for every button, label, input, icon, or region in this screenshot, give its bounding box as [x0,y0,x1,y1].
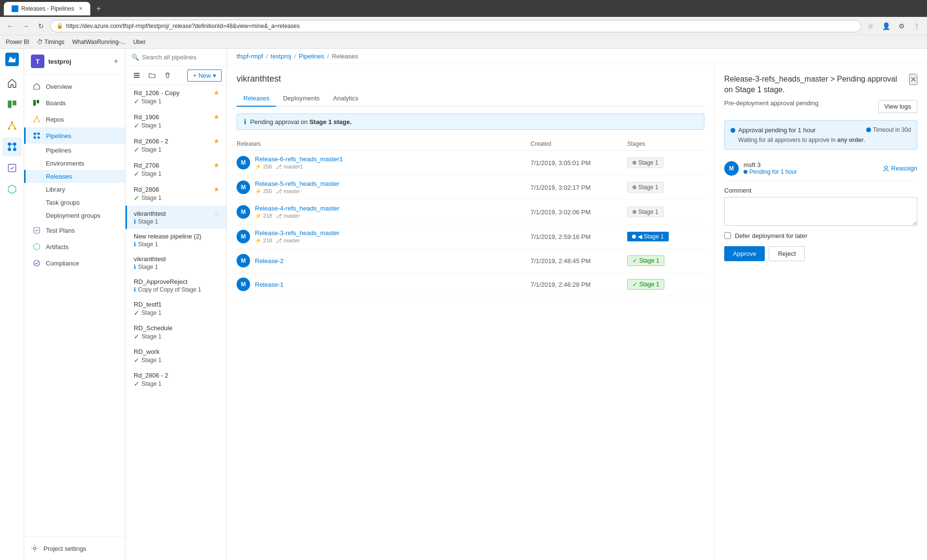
sidebar-item-pipelines[interactable]: Pipelines [24,127,125,144]
pipeline-item-9[interactable]: RD_testf1 ✓ Stage 1 [126,297,226,321]
global-nav-test-plans[interactable] [2,158,22,178]
release-link-3[interactable]: Release-3-refs_heads_master [255,229,339,237]
pipeline-item-11[interactable]: RD_work ✓ Stage 1 [126,344,226,368]
sidebar-item-compliance[interactable]: Compliance [24,255,125,271]
browser-tab[interactable]: Releases - Pipelines ✕ [4,2,90,15]
reassign-btn[interactable]: Reassign [883,165,917,172]
delete-btn[interactable] [161,69,174,82]
defer-checkbox[interactable] [724,232,731,239]
release-name-cell-3: M Release-3-refs_heads_master ⚡ 218 ⎇ ma… [237,229,531,244]
table-row: M Release-3-refs_heads_master ⚡ 218 ⎇ ma… [237,224,704,249]
sidebar-sub-environments[interactable]: Environments [24,157,125,170]
release-link-0[interactable]: Release-6-refs_heads_master1 [255,155,343,163]
pipeline-item-0[interactable]: Rd_1206 - Copy ★ ✓ Stage 1 [126,85,226,109]
pipeline-item-8[interactable]: RD_ApproveReject ℹ Copy of Copy of Stage… [126,274,226,297]
star-icon-3[interactable]: ★ [213,161,220,169]
back-btn[interactable]: ← [4,20,16,32]
azure-devops-logo[interactable] [5,53,19,68]
pipeline-item-1[interactable]: Rd_1906 ★ ✓ Stage 1 [126,109,226,133]
content-area: vikranthtest Releases Deployments Analyt… [227,64,927,560]
pipeline-item-5[interactable]: vikranthtest ☆ ℹ Stage 1 [126,206,226,229]
pipeline-item-3[interactable]: Rd_2706 ★ ✓ Stage 1 [126,157,226,182]
pipeline-item-7[interactable]: vikranthtest ℹ Stage 1 [126,252,226,274]
pipeline-name-6: New release pipeline (2) [134,233,220,240]
svg-line-6 [9,124,12,128]
profile-btn[interactable]: ⚙ [895,20,908,32]
sidebar-sub-releases[interactable]: Releases [24,170,125,183]
bookmark-uber[interactable]: Uber [133,39,146,45]
search-input[interactable] [142,54,221,61]
pipeline-item-2[interactable]: Rd_2606 - 2 ★ ✓ Stage 1 [126,133,226,157]
sidebar-sub-library[interactable]: Library [24,183,125,196]
release-link-5[interactable]: Release-1 [255,281,283,288]
bookmark-timings[interactable]: ⏱ Timings [37,39,65,45]
breadcrumb-project[interactable]: testproj [271,53,292,60]
sidebar-item-repos[interactable]: Repos [24,111,125,127]
bookmark-whatwas[interactable]: WhatWasRunning-... [72,39,125,45]
folder-view-btn[interactable] [146,69,158,82]
global-nav-artifacts[interactable] [2,180,22,199]
release-info-2: Release-4-refs_heads_master ⚡ 218 ⎇ mast… [255,205,339,219]
global-nav-pipelines[interactable] [2,137,22,156]
stage-badge-4[interactable]: ✓ Stage 1 [627,255,664,266]
breadcrumb-org[interactable]: tfspf-rmpf [237,53,263,60]
project-settings-link[interactable]: Project settings [24,541,125,556]
release-link-2[interactable]: Release-4-refs_heads_master [255,205,339,212]
bookmark-powerbi[interactable]: Power BI [6,39,29,45]
global-nav-boards[interactable] [2,95,22,114]
release-info-4: Release-2 [255,257,283,265]
incognito-btn[interactable]: 👤 [880,20,892,32]
add-project-btn[interactable]: + [114,57,118,66]
global-nav-repos[interactable] [2,116,22,135]
more-btn[interactable]: ⋮ [911,20,923,32]
comment-textarea[interactable] [724,197,917,226]
tab-analytics[interactable]: Analytics [326,91,365,107]
stage-badge-0[interactable]: Stage 1 [627,157,663,168]
browser-toolbar-icons: ☆ 👤 ⚙ ⋮ [864,20,923,32]
stage-badge-1[interactable]: Stage 1 [627,182,663,193]
pipeline-item-10[interactable]: RD_Schedule ✓ Stage 1 [126,321,226,344]
approve-btn[interactable]: Approve [724,246,765,261]
new-release-btn[interactable]: + New ▾ [187,70,222,82]
pipeline-item-4[interactable]: Rd_2806 ★ ✓ Stage 1 [126,182,226,206]
breadcrumb-section[interactable]: Pipelines [299,53,324,60]
release-link-1[interactable]: Release-5-refs_heads_master [255,180,339,187]
sidebar-item-artifacts[interactable]: Artifacts [24,238,125,255]
view-logs-btn[interactable]: View logs [878,100,917,113]
release-info-1: Release-5-refs_heads_master ⚡ 255 ⎇ mast… [255,180,339,195]
tab-close-btn[interactable]: ✕ [79,6,83,11]
tab-releases[interactable]: Releases [237,91,276,107]
sidebar-item-overview[interactable]: Overview [24,78,125,95]
stage-badge-2[interactable]: Stage 1 [627,207,663,217]
sidebar-sub-pipelines[interactable]: Pipelines [24,144,125,157]
close-panel-btn[interactable]: ✕ [909,74,917,85]
star-icon-1[interactable]: ★ [213,113,220,121]
star-icon-4[interactable]: ★ [213,185,220,193]
address-bar[interactable]: 🔒 https://dev.azure.com/tfspf-rmpf/testp… [50,20,861,32]
pipeline-item-6[interactable]: New release pipeline (2) ℹ Stage 1 [126,229,226,252]
pipeline-name-0: Rd_1206 - Copy ★ [134,89,220,97]
new-tab-btn[interactable]: + [96,4,100,13]
star-icon-5[interactable]: ☆ [213,210,220,217]
bookmark-btn[interactable]: ☆ [864,20,877,32]
global-nav-overview[interactable] [2,73,22,93]
pipeline-item-12[interactable]: Rd_2806 - 2 ✓ Stage 1 [126,368,226,392]
list-view-btn[interactable] [130,69,143,82]
artifacts-icon [7,184,17,195]
tab-deployments[interactable]: Deployments [276,91,326,107]
star-icon-0[interactable]: ★ [213,89,220,97]
star-icon-2[interactable]: ★ [213,137,220,145]
forward-btn[interactable]: → [19,20,32,32]
reload-btn[interactable]: ↻ [35,20,47,32]
sidebar-sub-task-groups[interactable]: Task groups [24,196,125,209]
release-link-4[interactable]: Release-2 [255,257,283,265]
overview-icon [32,82,41,91]
approval-pending-left: Approval pending for 1 hour [730,126,815,134]
reject-btn[interactable]: Reject [769,246,805,261]
sidebar-item-boards[interactable]: Boards [24,95,125,111]
pipeline-name-10: RD_Schedule [134,324,220,332]
stage-badge-5[interactable]: ✓ Stage 1 [627,279,664,290]
sidebar-sub-deployment-groups[interactable]: Deployment groups [24,209,125,222]
stage-badge-3[interactable]: ◀ Stage 1 [627,232,669,241]
sidebar-item-test-plans[interactable]: Test Plans [24,222,125,238]
